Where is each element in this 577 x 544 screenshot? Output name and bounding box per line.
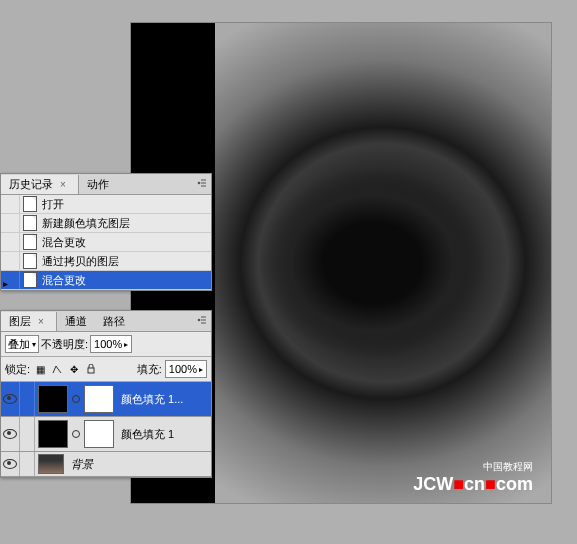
current-step-icon: ▸ [3, 278, 8, 289]
panel-menu-icon[interactable] [195, 177, 209, 189]
eye-icon [3, 429, 17, 439]
chevron-down-icon: ▾ [32, 340, 36, 349]
document-icon [20, 272, 40, 288]
visibility-toggle[interactable] [1, 452, 20, 476]
lock-label: 锁定: [5, 362, 30, 377]
panel-menu-icon[interactable] [195, 314, 209, 326]
lock-transparency-icon[interactable]: ▦ [33, 362, 47, 376]
lock-fill-row: 锁定: ▦ ✥ 填充: 100% ▸ [1, 357, 211, 382]
layer-name[interactable]: 颜色填充 1 [117, 427, 174, 442]
document-icon [20, 253, 40, 269]
tab-channels[interactable]: 通道 [57, 312, 95, 331]
lock-pixels-icon[interactable] [50, 362, 64, 376]
layer-row-background[interactable]: 背景 [1, 452, 211, 477]
history-item[interactable]: 混合更改 [1, 233, 211, 252]
history-item[interactable]: 通过拷贝的图层 [1, 252, 211, 271]
history-list: 打开 新建颜色填充图层 混合更改 通过拷贝的图层 ▸ 混合更改 [1, 195, 211, 290]
chevron-right-icon: ▸ [199, 365, 203, 374]
panel-tabs: 历史记录 × 动作 [1, 174, 211, 195]
mask-thumbnail[interactable] [84, 385, 114, 413]
layer-row-selected[interactable]: 颜色填充 1... [1, 382, 211, 417]
blend-mode-dropdown[interactable]: 叠加 ▾ [5, 335, 39, 353]
tab-history[interactable]: 历史记录 × [1, 175, 79, 194]
svg-rect-2 [88, 368, 94, 373]
mask-thumbnail[interactable] [84, 420, 114, 448]
visibility-toggle[interactable] [1, 417, 20, 451]
tab-actions[interactable]: 动作 [79, 175, 117, 194]
lock-position-icon[interactable]: ✥ [67, 362, 81, 376]
tab-paths[interactable]: 路径 [95, 312, 133, 331]
fill-label: 填充: [137, 362, 162, 377]
close-icon[interactable]: × [34, 316, 48, 327]
panel-tabs: 图层 × 通道 路径 [1, 311, 211, 332]
link-icon [72, 395, 80, 403]
eye-icon [3, 459, 17, 469]
history-item[interactable]: 新建颜色填充图层 [1, 214, 211, 233]
svg-point-1 [198, 319, 201, 322]
lock-all-icon[interactable] [84, 362, 98, 376]
svg-point-0 [198, 182, 201, 185]
layer-thumbnail[interactable] [38, 454, 64, 474]
eye-icon [3, 394, 17, 404]
opacity-input[interactable]: 100% ▸ [90, 335, 132, 353]
watermark: 中国教程网 JCW■cn■com [413, 460, 533, 495]
history-item[interactable]: 打开 [1, 195, 211, 214]
tab-layers[interactable]: 图层 × [1, 312, 57, 331]
layers-panel: 图层 × 通道 路径 叠加 ▾ 不透明度: 100% ▸ 锁定: ▦ ✥ 填充: [0, 310, 212, 478]
fill-input[interactable]: 100% ▸ [165, 360, 207, 378]
layer-thumbnail[interactable] [38, 385, 68, 413]
document-icon [20, 234, 40, 250]
document-icon [20, 215, 40, 231]
chevron-right-icon: ▸ [124, 340, 128, 349]
document-icon [20, 196, 40, 212]
layer-row[interactable]: 颜色填充 1 [1, 417, 211, 452]
opacity-label: 不透明度: [41, 337, 88, 352]
layer-thumbnail[interactable] [38, 420, 68, 448]
history-panel: 历史记录 × 动作 打开 新建颜色填充图层 混合更改 通过拷贝的图层 [0, 173, 212, 291]
layer-list: 颜色填充 1... 颜色填充 1 背景 [1, 382, 211, 477]
close-icon[interactable]: × [56, 179, 70, 190]
blend-opacity-row: 叠加 ▾ 不透明度: 100% ▸ [1, 332, 211, 357]
visibility-toggle[interactable] [1, 382, 20, 416]
history-item-selected[interactable]: ▸ 混合更改 [1, 271, 211, 290]
layer-name[interactable]: 颜色填充 1... [117, 392, 183, 407]
layer-name[interactable]: 背景 [67, 457, 93, 472]
link-icon [72, 430, 80, 438]
